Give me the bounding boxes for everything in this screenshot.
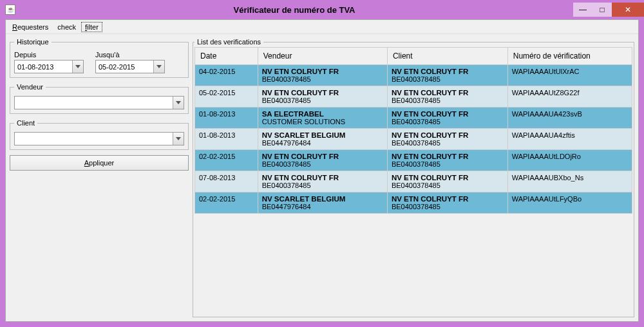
cell-client: NV ETN COLRUYT FRBE0400378485: [387, 171, 507, 192]
table-row[interactable]: 04-02-2015NV ETN COLRUYT FRBE0400378485N…: [195, 65, 632, 86]
vendeur-fieldset: Vendeur: [10, 83, 189, 114]
chevron-down-icon[interactable]: [153, 61, 164, 73]
maximize-button[interactable]: □: [592, 3, 612, 17]
table-row[interactable]: 02-02-2015NV SCARLET BELGIUMBE0447976484…: [195, 192, 632, 214]
right-panel: List des verifications Date Vendeur Clie…: [193, 38, 634, 317]
titlebar[interactable]: ☕ Vérificateur de numéro de TVA — □ ✕: [0, 0, 644, 19]
cell-numero: WAPIAAAAUBXbo_Ns: [507, 171, 632, 192]
historique-legend: Historique: [14, 38, 52, 46]
cell-vendeur: NV ETN COLRUYT FRBE0400378485: [258, 86, 387, 107]
cell-date: 01-08-2013: [195, 107, 258, 129]
cell-client: NV ETN COLRUYT FRBE0400378485: [387, 150, 507, 171]
vendeur-legend: Vendeur: [14, 83, 46, 91]
client-fieldset: Client: [10, 119, 189, 150]
window-title: Vérificateur de numéro de TVA: [15, 5, 573, 15]
verifications-table: Date Vendeur Client Numéro de vérificati…: [194, 47, 632, 214]
table-row[interactable]: 01-08-2013SA ELECTRABELCUSTOMER SOLUTION…: [195, 107, 632, 129]
table-row[interactable]: 05-02-2015NV ETN COLRUYT FRBE0400378485N…: [195, 86, 632, 107]
vendeur-combo[interactable]: [14, 96, 184, 109]
table-row[interactable]: 01-08-2013NV SCARLET BELGIUMBE0447976484…: [195, 129, 632, 150]
client-combo[interactable]: [14, 132, 184, 145]
cell-vendeur: SA ELECTRABELCUSTOMER SOLUTIONS: [258, 107, 387, 129]
menu-requesters[interactable]: Requesters: [8, 22, 52, 32]
cell-date: 07-08-2013: [195, 171, 258, 192]
cell-client: NV ETN COLRUYT FRBE0400378485: [387, 65, 507, 86]
chevron-down-icon[interactable]: [72, 61, 83, 73]
window-controls: — □ ✕: [573, 3, 644, 17]
menubar: Requesters check filter: [6, 20, 638, 34]
cell-date: 05-02-2015: [195, 86, 258, 107]
cell-client: NV ETN COLRUYT FRBE0400378485: [387, 129, 507, 150]
content-pane: Requesters check filter Historique Depui…: [5, 19, 639, 322]
cell-numero: WAPIAAAAUtUlXrAC: [507, 65, 632, 86]
cell-date: 01-08-2013: [195, 129, 258, 150]
minimize-button[interactable]: —: [573, 3, 592, 17]
depuis-value: 01-08-2013: [15, 63, 72, 71]
table-header-row: Date Vendeur Client Numéro de vérificati…: [195, 48, 632, 65]
left-panel: Historique Depuis 01-08-2013 Jusqu'à: [10, 38, 189, 317]
col-date[interactable]: Date: [195, 48, 258, 65]
list-legend: List des verifications: [194, 38, 263, 46]
app-window: ☕ Vérificateur de numéro de TVA — □ ✕ Re…: [0, 0, 644, 327]
cell-numero: WAPIAAAAUtLDOjRo: [507, 150, 632, 171]
cell-client: NV ETN COLRUYT FRBE0400378485: [387, 86, 507, 107]
depuis-combo[interactable]: 01-08-2013: [14, 60, 84, 73]
cell-vendeur: NV SCARLET BELGIUMBE0447976484: [258, 192, 387, 214]
main-area: Historique Depuis 01-08-2013 Jusqu'à: [6, 34, 638, 321]
col-vendeur[interactable]: Vendeur: [258, 48, 387, 65]
cell-date: 04-02-2015: [195, 65, 258, 86]
java-icon: ☕: [5, 5, 15, 15]
table-row[interactable]: 07-08-2013NV ETN COLRUYT FRBE0400378485N…: [195, 171, 632, 192]
cell-vendeur: NV ETN COLRUYT FRBE0400378485: [258, 171, 387, 192]
depuis-label: Depuis: [14, 51, 84, 59]
cell-vendeur: NV ETN COLRUYT FRBE0400378485: [258, 65, 387, 86]
chevron-down-icon[interactable]: [173, 133, 184, 145]
col-client[interactable]: Client: [387, 48, 507, 65]
cell-client: NV ETN COLRUYT FRBE0400378485: [387, 192, 507, 214]
chevron-down-icon[interactable]: [173, 97, 184, 109]
client-legend: Client: [14, 119, 37, 127]
cell-client: NV ETN COLRUYT FRBE0400378485: [387, 107, 507, 129]
list-fieldset: List des verifications Date Vendeur Clie…: [193, 38, 634, 317]
col-numero[interactable]: Numéro de vérification: [507, 48, 632, 65]
cell-numero: WAPIAAAAUA4zftis: [507, 129, 632, 150]
cell-numero: WAPIAAAAUtLFyQBo: [507, 192, 632, 214]
menu-check[interactable]: check: [53, 22, 80, 32]
cell-numero: WAPIAAAAUtZ8G22f: [507, 86, 632, 107]
close-button[interactable]: ✕: [612, 3, 644, 17]
cell-numero: WAPIAAAAUA423svB: [507, 107, 632, 129]
table-row[interactable]: 02-02-2015NV ETN COLRUYT FRBE0400378485N…: [195, 150, 632, 171]
cell-vendeur: NV SCARLET BELGIUMBE0447976484: [258, 129, 387, 150]
apply-button[interactable]: Appliquer: [10, 155, 189, 171]
cell-vendeur: NV ETN COLRUYT FRBE0400378485: [258, 150, 387, 171]
cell-date: 02-02-2015: [195, 150, 258, 171]
jusqua-label: Jusqu'à: [95, 51, 165, 59]
historique-fieldset: Historique Depuis 01-08-2013 Jusqu'à: [10, 38, 189, 78]
jusqua-value: 05-02-2015: [96, 63, 153, 71]
jusqua-combo[interactable]: 05-02-2015: [95, 60, 165, 73]
menu-filter[interactable]: filter: [81, 22, 102, 32]
cell-date: 02-02-2015: [195, 192, 258, 214]
